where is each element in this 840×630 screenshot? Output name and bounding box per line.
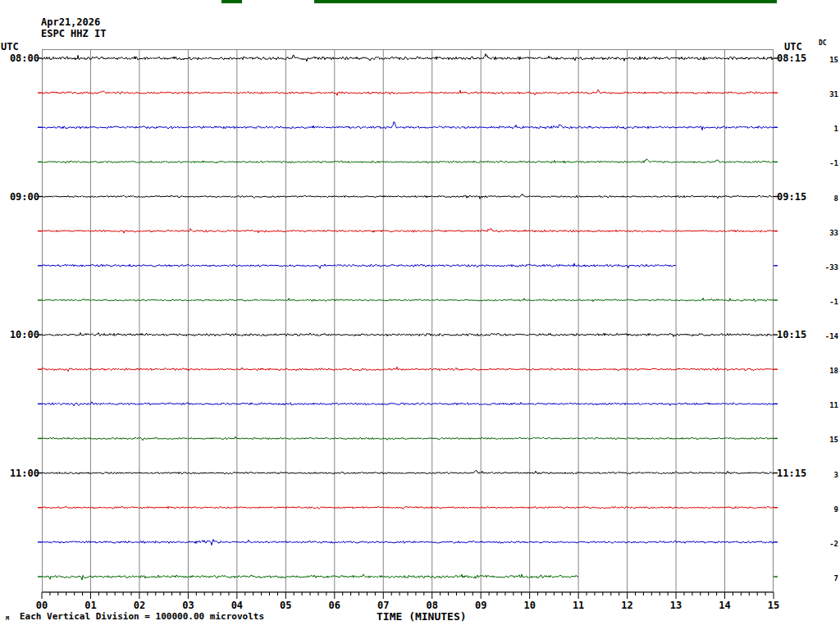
- dc-value: 3: [810, 471, 838, 479]
- x-axis-tick-label: 14: [711, 600, 739, 611]
- hour-label: 08:00: [2, 52, 39, 64]
- hour-label: 10:00: [2, 329, 39, 340]
- x-axis-tick-label: 01: [76, 600, 104, 611]
- x-axis-tick-label: 12: [614, 600, 641, 611]
- trace-row-1030: [42, 402, 774, 406]
- dc-value: -1: [810, 159, 838, 167]
- hour-label: 09:00: [2, 191, 39, 203]
- trace-row-0815: [42, 89, 774, 95]
- trace-row-1015: [42, 367, 774, 371]
- hour-label: 09:15: [777, 191, 806, 203]
- x-axis-tick-label: 15: [760, 600, 788, 611]
- dc-value: 8: [810, 194, 838, 203]
- trace-row-1000: [42, 333, 774, 337]
- dc-value: -33: [810, 263, 838, 272]
- dc-value: 9: [810, 505, 838, 514]
- hour-label: 08:15: [777, 52, 806, 64]
- x-axis-tick-label: 00: [28, 600, 56, 611]
- top-progress-bar: [314, 0, 777, 3]
- x-axis-tick-label: 02: [126, 600, 153, 611]
- trace-row-1130: [42, 540, 774, 546]
- hour-label: 11:00: [2, 468, 39, 479]
- dc-value: -14: [810, 332, 838, 340]
- x-axis-tick-label: 06: [321, 600, 349, 611]
- dc-value: 15: [810, 436, 838, 444]
- trace-row-1100: [42, 470, 774, 474]
- trace-row-0900: [42, 194, 774, 199]
- x-axis-tick-label: 04: [223, 600, 251, 611]
- plot-border: [43, 50, 774, 592]
- trace-row-1115: [42, 506, 774, 509]
- scale-note: Each Vertical Division = 100000.00 micro…: [20, 611, 264, 622]
- x-axis-tick-label: 10: [516, 600, 544, 611]
- trace-row-1145: [42, 574, 578, 580]
- dc-value: 7: [810, 574, 838, 582]
- trace-row-0845: [42, 159, 774, 163]
- utc-left-label: UTC: [1, 41, 19, 52]
- dc-value: 1: [810, 125, 838, 133]
- hour-label: 11:15: [777, 468, 806, 479]
- x-axis-tick-label: 08: [418, 600, 446, 611]
- station-id-label: ESPC HHZ IT: [41, 28, 106, 39]
- heliplot-screen: Apr21,2026 ESPC HHZ IT UTC UTC DC 08:000…: [0, 0, 840, 630]
- trace-row-0800: [42, 54, 774, 62]
- watermark-glyph: M: [6, 615, 9, 622]
- trace-row-0945: [42, 298, 774, 301]
- utc-right-label: UTC: [784, 41, 802, 52]
- dc-value: 31: [810, 90, 838, 98]
- dc-value: 15: [810, 56, 838, 64]
- x-axis-tick-label: 07: [369, 600, 397, 611]
- dc-value: 33: [810, 229, 838, 237]
- top-progress-bar: [221, 0, 242, 3]
- dc-value: -2: [810, 540, 838, 548]
- dc-value: 11: [810, 401, 838, 409]
- dc-column-header: DC: [819, 39, 827, 47]
- x-axis-tick-label: 09: [467, 600, 495, 611]
- hour-label: 10:15: [777, 329, 806, 340]
- x-axis-tick-label: 05: [272, 600, 299, 611]
- dc-value: -1: [810, 298, 838, 306]
- dc-value: 18: [810, 367, 838, 375]
- x-axis-tick-label: 13: [662, 600, 690, 611]
- x-axis-tick-label: 11: [564, 600, 592, 611]
- trace-row-0830: [42, 122, 774, 130]
- trace-row-1045: [42, 436, 774, 441]
- x-axis-tick-label: 03: [174, 600, 202, 611]
- date-label: Apr21,2026: [41, 16, 100, 28]
- seismogram-plot: [42, 49, 774, 592]
- trace-row-0915: [42, 229, 774, 234]
- trace-row-0930: [42, 263, 676, 268]
- x-axis-title: TIME (MINUTES): [377, 610, 467, 623]
